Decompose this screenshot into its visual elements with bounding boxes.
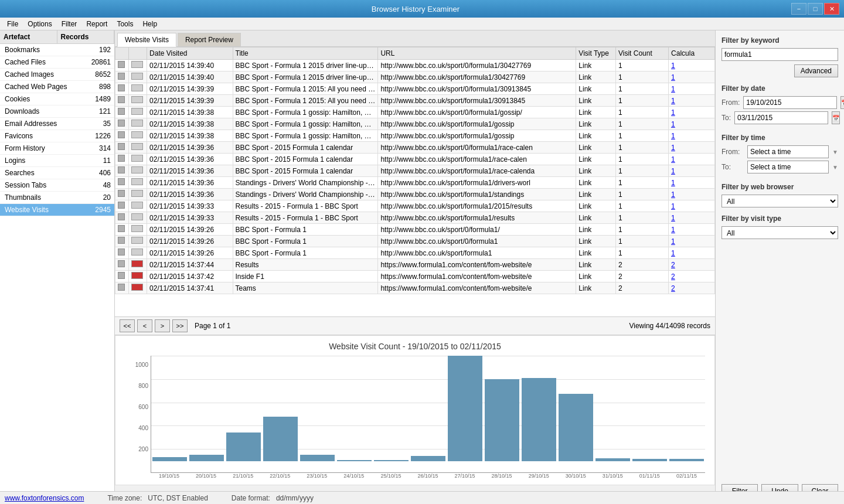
maximize-button[interactable]: □ bbox=[808, 3, 823, 15]
table-row[interactable]: 02/11/2015 14:39:36 BBC Sport - 2015 For… bbox=[115, 142, 715, 154]
chart-bar-group bbox=[337, 356, 372, 461]
table-row[interactable]: 02/11/2015 14:39:39 BBC Sport - Formula … bbox=[115, 83, 715, 95]
sidebar-item-cached-files[interactable]: Cached Files20861 bbox=[0, 56, 114, 69]
sidebar-item-cached-web-pages[interactable]: Cached Web Pages898 bbox=[0, 81, 114, 93]
date-to-calendar-button[interactable]: 📅 bbox=[832, 111, 840, 124]
table-row[interactable]: 02/11/2015 14:39:38 BBC Sport - Formula … bbox=[115, 118, 715, 130]
table-row[interactable]: 02/11/2015 14:37:44 Results https://www.… bbox=[115, 259, 715, 271]
row-calc[interactable]: 1 bbox=[669, 60, 715, 71]
table-row[interactable]: 02/11/2015 14:39:40 BBC Sport - Formula … bbox=[115, 60, 715, 71]
row-calc[interactable]: 1 bbox=[669, 130, 715, 142]
sidebar-item-label: Bookmarks bbox=[5, 46, 40, 54]
sidebar-item-cached-images[interactable]: Cached Images8652 bbox=[0, 69, 114, 81]
row-calc[interactable]: 1 bbox=[669, 142, 715, 154]
close-button[interactable]: ✕ bbox=[824, 3, 839, 15]
table-row[interactable]: 02/11/2015 14:39:33 Results - 2015 - For… bbox=[115, 212, 715, 224]
table-row[interactable]: 02/11/2015 14:39:40 BBC Sport - Formula … bbox=[115, 71, 715, 83]
row-title: BBC Sport - Formula 1 bbox=[233, 236, 378, 247]
first-page-button[interactable]: << bbox=[120, 319, 135, 332]
sidebar-item-label: Cached Files bbox=[5, 58, 46, 66]
last-page-button[interactable]: >> bbox=[172, 319, 188, 332]
row-calc[interactable]: 2 bbox=[669, 259, 715, 271]
table-row[interactable]: 02/11/2015 14:39:39 BBC Sport - Formula … bbox=[115, 95, 715, 107]
row-date: 02/11/2015 14:39:38 bbox=[147, 107, 233, 118]
time-from-select[interactable]: Select a time bbox=[747, 145, 829, 158]
chart-x-label: 27/10/15 bbox=[448, 473, 482, 479]
col-header-url[interactable]: URL bbox=[378, 47, 576, 60]
table-row[interactable]: 02/11/2015 14:39:26 BBC Sport - Formula … bbox=[115, 247, 715, 259]
table-row[interactable]: 02/11/2015 14:39:26 BBC Sport - Formula … bbox=[115, 224, 715, 236]
tab-report-preview[interactable]: Report Preview bbox=[178, 33, 241, 46]
row-calc[interactable]: 2 bbox=[669, 282, 715, 294]
col-header-title[interactable]: Title bbox=[233, 47, 378, 60]
col-header-count[interactable]: Visit Count bbox=[615, 47, 668, 60]
sidebar-item-thumbnails[interactable]: Thumbnails20 bbox=[0, 192, 114, 204]
date-from-calendar-button[interactable]: 📅 bbox=[840, 96, 844, 109]
visit-type-select[interactable]: All bbox=[722, 226, 838, 239]
date-from-input[interactable] bbox=[743, 96, 837, 109]
col-header-type[interactable]: Visit Type bbox=[576, 47, 616, 60]
table-row[interactable]: 02/11/2015 14:39:36 Standings - Drivers'… bbox=[115, 189, 715, 200]
row-calc[interactable]: 1 bbox=[669, 200, 715, 212]
row-calc[interactable]: 1 bbox=[669, 236, 715, 247]
row-visit-type: Link bbox=[576, 236, 616, 247]
menu-filter[interactable]: Filter bbox=[57, 19, 82, 29]
row-calc[interactable]: 1 bbox=[669, 247, 715, 259]
row-calc[interactable]: 1 bbox=[669, 95, 715, 107]
next-page-button[interactable]: > bbox=[155, 319, 170, 332]
row-calc[interactable]: 1 bbox=[669, 224, 715, 236]
row-url: http://www.bbc.co.uk/sport/formula1 bbox=[378, 247, 576, 259]
minimize-button[interactable]: − bbox=[791, 3, 806, 15]
row-flag-cell bbox=[128, 107, 147, 118]
sidebar-item-website-visits[interactable]: Website Visits2945 bbox=[0, 204, 114, 216]
row-calc[interactable]: 1 bbox=[669, 107, 715, 118]
menu-options[interactable]: Options bbox=[23, 19, 56, 29]
menu-file[interactable]: File bbox=[2, 19, 23, 29]
sidebar-item-session-tabs[interactable]: Session Tabs48 bbox=[0, 179, 114, 192]
sidebar-item-form-history[interactable]: Form History314 bbox=[0, 142, 114, 155]
row-calc[interactable]: 1 bbox=[669, 71, 715, 83]
filter-visit-type-label: Filter by visit type bbox=[722, 214, 838, 223]
row-calc[interactable]: 1 bbox=[669, 189, 715, 200]
menu-help[interactable]: Help bbox=[138, 19, 162, 29]
sidebar-item-email-addresses[interactable]: Email Addresses35 bbox=[0, 118, 114, 130]
menu-tools[interactable]: Tools bbox=[112, 19, 138, 29]
row-calc[interactable]: 1 bbox=[669, 212, 715, 224]
website-link[interactable]: www.foxtonforensics.com bbox=[5, 494, 84, 502]
table-row[interactable]: 02/11/2015 14:39:36 Standings - Drivers'… bbox=[115, 177, 715, 189]
col-header-date[interactable]: Date Visited bbox=[147, 47, 233, 60]
chart-x-label: 26/10/15 bbox=[410, 473, 445, 479]
table-row[interactable]: 02/11/2015 14:39:38 BBC Sport - Formula … bbox=[115, 130, 715, 142]
row-calc[interactable]: 1 bbox=[669, 154, 715, 165]
table-row[interactable]: 02/11/2015 14:37:41 Teams https://www.fo… bbox=[115, 282, 715, 294]
table-row[interactable]: 02/11/2015 14:39:36 BBC Sport - 2015 For… bbox=[115, 154, 715, 165]
row-calc[interactable]: 1 bbox=[669, 118, 715, 130]
row-calc[interactable]: 1 bbox=[669, 165, 715, 177]
sidebar-item-logins[interactable]: Logins11 bbox=[0, 155, 114, 167]
browser-select[interactable]: All bbox=[722, 195, 838, 207]
sidebar-item-downloads[interactable]: Downloads121 bbox=[0, 105, 114, 118]
table-row[interactable]: 02/11/2015 14:37:42 Inside F1 https://ww… bbox=[115, 271, 715, 282]
row-calc[interactable]: 1 bbox=[669, 177, 715, 189]
advanced-button[interactable]: Advanced bbox=[794, 64, 838, 77]
row-visit-count: 1 bbox=[615, 95, 668, 107]
row-calc[interactable]: 2 bbox=[669, 271, 715, 282]
tab-website-visits[interactable]: Website Visits bbox=[117, 33, 176, 47]
table-row[interactable]: 02/11/2015 14:39:33 Results - 2015 - For… bbox=[115, 200, 715, 212]
table-row[interactable]: 02/11/2015 14:39:38 BBC Sport - Formula … bbox=[115, 107, 715, 118]
filter-visit-type-section: Filter by visit type All bbox=[722, 214, 838, 239]
time-to-select[interactable]: Select a time bbox=[747, 161, 829, 173]
keyword-input[interactable] bbox=[722, 48, 838, 61]
table-row[interactable]: 02/11/2015 14:39:26 BBC Sport - Formula … bbox=[115, 236, 715, 247]
sidebar-item-cookies[interactable]: Cookies1489 bbox=[0, 93, 114, 105]
menu-report[interactable]: Report bbox=[81, 19, 112, 29]
sidebar-item-searches[interactable]: Searches406 bbox=[0, 167, 114, 179]
prev-page-button[interactable]: < bbox=[137, 319, 152, 332]
col-header-calc[interactable]: Calcula bbox=[669, 47, 715, 60]
row-calc[interactable]: 1 bbox=[669, 83, 715, 95]
table-row[interactable]: 02/11/2015 14:39:36 BBC Sport - 2015 For… bbox=[115, 165, 715, 177]
sidebar-item-bookmarks[interactable]: Bookmarks192 bbox=[0, 44, 114, 56]
sidebar-item-favicons[interactable]: Favicons1226 bbox=[0, 130, 114, 142]
date-from-row: From: 📅 bbox=[722, 96, 838, 109]
date-to-input[interactable] bbox=[734, 111, 828, 124]
